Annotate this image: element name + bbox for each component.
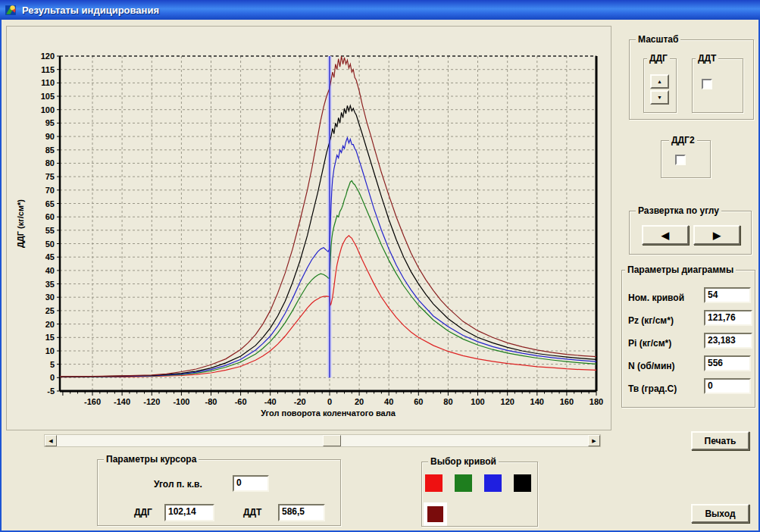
ddg2-group: ДДГ2 [661, 140, 711, 178]
svg-text:-140: -140 [114, 397, 130, 406]
svg-text:40: 40 [384, 397, 393, 406]
cursor-ddt-label: ДДТ [243, 507, 261, 518]
ddt-scale-label: ДДТ [696, 53, 718, 64]
sweep-group: Развертка по углу ◀ ▶ [629, 211, 752, 255]
svg-text:-120: -120 [143, 397, 160, 406]
param-field-pi[interactable]: 23,183 [704, 333, 752, 349]
app-window: Результаты индицирования -160-140-120-10… [0, 0, 760, 532]
svg-text:105: 105 [41, 92, 55, 101]
title-bar: Результаты индицирования [0, 0, 760, 20]
spin-up-icon: ▲ [657, 79, 662, 84]
svg-text:-40: -40 [264, 397, 277, 406]
svg-text:35: 35 [45, 280, 55, 289]
ddg-scale-down-button[interactable]: ▼ [650, 90, 669, 105]
svg-text:50: 50 [45, 239, 55, 249]
param-label-pz: Pz (кг/см*) [628, 315, 674, 326]
exit-button-label: Выход [705, 509, 735, 519]
ddg2-title: ДДГ2 [669, 135, 697, 146]
cursor-ddg-field[interactable]: 102,14 [164, 504, 214, 521]
sweep-left-button[interactable]: ◀ [642, 225, 689, 245]
exit-button[interactable]: Выход [691, 504, 749, 523]
svg-text:95: 95 [45, 118, 55, 127]
svg-text:30: 30 [45, 293, 55, 302]
param-field-pz[interactable]: 121,76 [704, 310, 752, 326]
svg-text:25: 25 [45, 306, 55, 315]
svg-text:60: 60 [45, 212, 55, 221]
scrollbar-right-button[interactable]: ▶ [588, 435, 600, 446]
ddt-scale-checkbox[interactable] [702, 79, 712, 89]
param-field-n[interactable]: 556 [704, 355, 751, 371]
svg-text:0: 0 [50, 373, 55, 382]
curve-swatch-green[interactable] [455, 474, 472, 492]
param-label-curve-number: Ном. кривой [628, 293, 684, 303]
chart-scrollbar[interactable]: ◀ ▶ [44, 434, 601, 447]
svg-text:90: 90 [45, 132, 55, 141]
svg-text:55: 55 [45, 226, 55, 235]
svg-text:180: 180 [590, 397, 603, 406]
svg-text:140: 140 [530, 397, 544, 406]
param-label-n: N (об/мин) [628, 361, 675, 371]
curve-swatch-black[interactable] [514, 474, 531, 492]
param-field-tv[interactable]: 0 [704, 378, 751, 394]
sweep-left-icon: ◀ [661, 230, 669, 241]
ddg-scale-label: ДДГ [647, 53, 670, 64]
svg-text:100: 100 [471, 397, 484, 406]
svg-text:20: 20 [45, 320, 55, 329]
print-button[interactable]: Печать [691, 431, 749, 450]
x-axis-title: Угол поворота коленчатого вала [261, 408, 396, 418]
svg-text:-5: -5 [47, 386, 55, 396]
param-label-tv: Тв (град.С) [628, 383, 677, 394]
cursor-ddg-label: ДДГ [134, 507, 152, 518]
chart-svg: -160-140-120-100-80-60-40-20020406080100… [7, 27, 611, 430]
chart-panel: -160-140-120-100-80-60-40-20020406080100… [6, 26, 611, 430]
svg-text:120: 120 [41, 52, 55, 61]
curve-swatch-red[interactable] [425, 474, 443, 492]
svg-text:45: 45 [45, 252, 55, 261]
svg-text:10: 10 [45, 346, 55, 355]
svg-text:85: 85 [45, 146, 55, 155]
svg-text:40: 40 [45, 266, 55, 275]
diagram-params-title: Параметры диаграммы [625, 264, 736, 275]
svg-text:160: 160 [560, 397, 574, 406]
y-axis-title: ДДГ (кг/см*) [16, 199, 25, 248]
scroll-left-icon: ◀ [48, 438, 52, 444]
svg-text:110: 110 [41, 78, 55, 87]
scrollbar-thumb[interactable] [323, 435, 341, 446]
curve-select-title: Выбор кривой [428, 456, 499, 467]
svg-text:-60: -60 [235, 397, 247, 406]
ddg-scale-up-button[interactable]: ▲ [650, 74, 669, 89]
sweep-right-button[interactable]: ▶ [693, 225, 740, 245]
svg-text:15: 15 [45, 333, 55, 342]
svg-text:-20: -20 [294, 397, 306, 406]
svg-text:80: 80 [443, 397, 452, 406]
cursor-ddt-field[interactable]: 586,5 [278, 504, 325, 521]
curve-swatch-blue[interactable] [484, 474, 502, 492]
svg-text:80: 80 [45, 158, 55, 167]
svg-text:70: 70 [45, 186, 55, 195]
ddt-scale-group: ДДТ [692, 58, 743, 113]
chart-plot[interactable]: -160-140-120-100-80-60-40-20020406080100… [7, 27, 611, 430]
svg-text:115: 115 [41, 65, 55, 74]
svg-text:5: 5 [50, 360, 55, 369]
svg-text:100: 100 [41, 105, 55, 114]
svg-text:-160: -160 [84, 397, 101, 406]
sweep-right-icon: ▶ [713, 230, 721, 241]
curve-select-group: Выбор кривой [421, 462, 538, 527]
scroll-right-icon: ▶ [592, 438, 596, 444]
scale-group: Масштаб ДДГ ▲ ▼ ДДТ [629, 39, 754, 120]
ddg2-checkbox[interactable] [675, 155, 686, 165]
cursor-angle-label: Угол п. к.в. [154, 479, 202, 490]
spin-down-icon: ▼ [657, 95, 662, 100]
svg-text:-100: -100 [173, 397, 189, 406]
param-field-curve-number[interactable]: 54 [704, 287, 751, 303]
diagram-params-group: Параметры диаграммы Ном. кривой 54 Pz (к… [621, 270, 755, 408]
app-icon [5, 4, 17, 17]
svg-text:65: 65 [45, 199, 55, 208]
window-title: Результаты индицирования [22, 5, 159, 16]
scrollbar-left-button[interactable]: ◀ [45, 435, 57, 446]
cursor-angle-field[interactable]: 0 [233, 475, 269, 492]
selected-swatch-holder [424, 502, 447, 526]
svg-text:-80: -80 [205, 397, 217, 406]
print-button-label: Печать [705, 436, 737, 446]
curve-swatch-maroon[interactable] [427, 506, 443, 522]
